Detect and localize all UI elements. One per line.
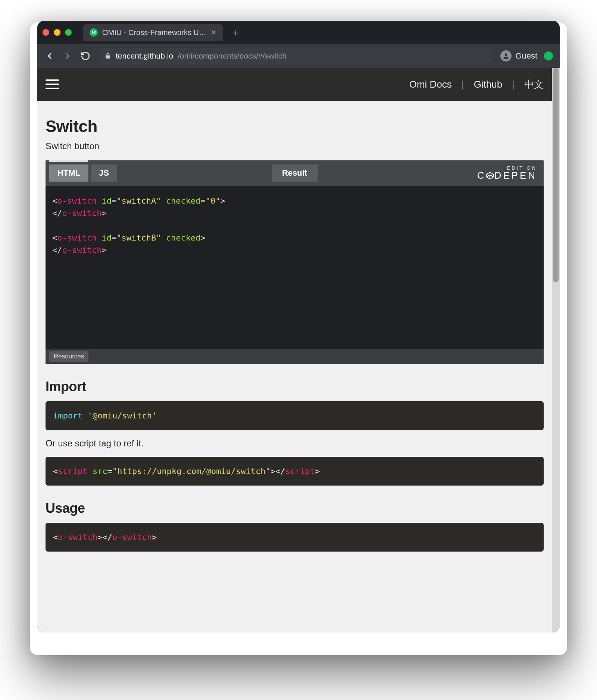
svg-point-0: [505, 53, 507, 56]
tab-close-icon[interactable]: ✕: [211, 28, 216, 37]
code-block-usage[interactable]: <o-switch></o-switch>: [46, 523, 544, 552]
back-button[interactable]: [44, 50, 55, 62]
codepen-footer: Resources: [46, 349, 544, 364]
code-block-import[interactable]: import '@omiu/switch': [46, 401, 544, 430]
nav-link-docs[interactable]: Omi Docs: [409, 79, 452, 90]
nav-link-lang[interactable]: 中文: [524, 78, 544, 91]
code-block-script[interactable]: <script src="https://unpkg.com/@omiu/swi…: [46, 457, 544, 486]
codepen-active-indicator: [49, 160, 88, 162]
page-subtitle: Switch button: [46, 141, 544, 151]
codepen-toolbar: HTML JS Result EDIT ON CDEPEN: [46, 160, 544, 186]
browser-window: M OMIU - Cross-Frameworks UI F ✕ ＋ tence…: [37, 21, 560, 632]
import-hint: Or use script tag to ref it.: [46, 438, 544, 449]
window-zoom-button[interactable]: [65, 29, 72, 36]
nav-link-github[interactable]: Github: [474, 79, 503, 90]
tab-strip: M OMIU - Cross-Frameworks UI F ✕ ＋: [37, 21, 560, 44]
nav-links: Omi Docs | Github | 中文: [409, 78, 544, 91]
profile-avatar-icon: [500, 50, 512, 62]
profile-chip[interactable]: Guest: [500, 50, 537, 62]
extension-icon[interactable]: [544, 51, 553, 60]
reload-button[interactable]: [80, 50, 91, 62]
url-domain: tencent.github.io: [116, 51, 173, 60]
forward-button[interactable]: [62, 50, 73, 62]
lock-icon: [104, 53, 111, 59]
section-heading-usage: Usage: [46, 500, 544, 516]
browser-toolbar: tencent.github.io/omi/components/docs/#/…: [37, 44, 560, 68]
window-close-button[interactable]: [43, 29, 49, 36]
codepen-edit-link[interactable]: EDIT ON CDEPEN: [477, 166, 537, 181]
page-content: Omi Docs | Github | 中文 Switch Switch but…: [37, 68, 552, 632]
scrollbar-thumb[interactable]: [553, 68, 559, 282]
section-heading-import: Import: [46, 379, 544, 395]
profile-label: Guest: [515, 51, 537, 61]
tab-favicon: M: [90, 28, 98, 37]
codepen-tab-html[interactable]: HTML: [49, 164, 88, 182]
codepen-resources-button[interactable]: Resources: [49, 351, 88, 362]
codepen-embed: HTML JS Result EDIT ON CDEPEN <o-switch …: [46, 160, 544, 364]
page-title: Switch: [46, 117, 544, 136]
nav-separator: |: [462, 79, 464, 90]
codepen-result-tab[interactable]: Result: [272, 164, 318, 182]
browser-tab[interactable]: M OMIU - Cross-Frameworks UI F ✕: [83, 24, 223, 41]
window-controls: [43, 29, 72, 36]
site-appbar: Omi Docs | Github | 中文: [37, 68, 552, 101]
new-tab-button[interactable]: ＋: [230, 26, 242, 38]
address-bar[interactable]: tencent.github.io/omi/components/docs/#/…: [98, 48, 494, 64]
codepen-logo: CDEPEN: [477, 170, 537, 181]
codepen-code-area[interactable]: <o-switch id="switchA" checked="0"> </o-…: [46, 186, 544, 349]
window-minimize-button[interactable]: [54, 29, 60, 36]
vertical-scrollbar[interactable]: [552, 68, 560, 632]
url-path: /omi/components/docs/#/switch: [178, 51, 287, 60]
codepen-tab-js[interactable]: JS: [91, 164, 117, 182]
browser-viewport: Omi Docs | Github | 中文 Switch Switch but…: [37, 68, 560, 632]
nav-separator: |: [512, 79, 515, 90]
menu-button[interactable]: [46, 79, 59, 89]
tab-title: OMIU - Cross-Frameworks UI F: [102, 28, 206, 37]
